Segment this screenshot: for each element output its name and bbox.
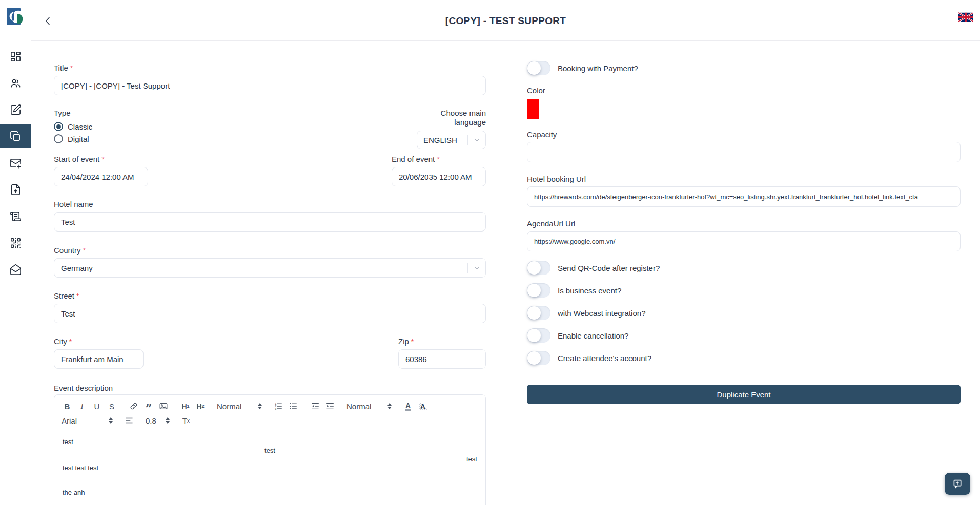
city-input[interactable] (54, 349, 144, 369)
sidebar-item-envelope-open-icon[interactable] (0, 256, 31, 283)
end-of-event-input[interactable] (392, 167, 486, 186)
dates-row: Start of event* End of event* (54, 155, 486, 186)
clear-formatting-button[interactable]: Tx (180, 414, 192, 427)
editor-line[interactable]: test (63, 437, 477, 446)
indent-icon[interactable] (324, 400, 336, 412)
edit-icon (10, 104, 22, 116)
country-select[interactable]: Germany (54, 258, 486, 278)
toggle-enable-cancellation: Enable cancellation? (527, 328, 961, 343)
title-input[interactable] (54, 76, 486, 95)
sidebar (0, 0, 31, 505)
header-1-button[interactable]: H1 (180, 400, 191, 412)
sidebar-item-copy-icon[interactable] (0, 124, 31, 148)
users-icon (10, 77, 22, 89)
toggle-create-attendee-account: Create attendee's account? (527, 351, 961, 365)
language-select[interactable]: ENGLISH (417, 131, 486, 149)
booking-payment-toggle[interactable] (527, 61, 550, 75)
agenda-url-label: AgendaUrl Url (527, 219, 961, 228)
sidebar-item-grid-icon[interactable] (0, 43, 31, 70)
duplicate-event-button[interactable]: Duplicate Event (527, 385, 961, 404)
qr-code-icon (10, 237, 22, 249)
city-group: City* (54, 337, 144, 369)
language-label: Choose main language (441, 109, 486, 127)
scroll-icon (10, 211, 22, 222)
sidebar-nav (0, 43, 31, 283)
capacity-input[interactable] (527, 142, 961, 162)
street-group: Street* (54, 291, 486, 323)
outdent-icon[interactable] (310, 400, 321, 412)
editor-line[interactable]: test (63, 455, 477, 464)
editor-line[interactable]: the anh (63, 488, 477, 497)
text-color-button[interactable]: A (402, 400, 414, 412)
uk-flag-icon[interactable] (958, 12, 973, 22)
chevron-down-icon[interactable] (468, 137, 485, 143)
background-color-button[interactable]: A (417, 400, 428, 412)
sidebar-item-scroll-icon[interactable] (0, 203, 31, 229)
editor-line[interactable] (63, 472, 477, 481)
hotel-name-input[interactable] (54, 212, 486, 232)
page-title: [COPY] - TEST SUPPORT (31, 15, 980, 27)
sidebar-item-qr-code-icon[interactable] (0, 229, 31, 256)
webcast-integration-toggle[interactable] (527, 306, 550, 320)
radio-digital-control[interactable] (54, 134, 63, 143)
event-settings: Booking with Payment? Color Capacity Hot… (527, 41, 961, 404)
toggle-send-qr-code: Send QR-Code after register? (527, 261, 961, 275)
copy-icon (10, 131, 22, 142)
title-field-group: Title* (54, 64, 486, 95)
header-2-button[interactable]: H2 (195, 400, 206, 412)
sidebar-item-mail-plus-icon[interactable] (0, 150, 31, 176)
color-label: Color (527, 86, 961, 95)
zip-input[interactable] (398, 349, 486, 369)
chat-button[interactable] (945, 473, 970, 495)
sidebar-item-users-icon[interactable] (0, 70, 31, 96)
envelope-open-icon (10, 264, 22, 276)
options-toggle-list: Send QR-Code after register? Is business… (527, 261, 961, 365)
header-format-picker[interactable]: Normal (217, 400, 262, 412)
toggle-booking-payment: Booking with Payment? (527, 61, 961, 75)
editor-content[interactable]: test test test test test test the anh th… (54, 431, 485, 505)
capacity-label: Capacity (527, 130, 961, 139)
bold-button[interactable]: B (62, 400, 73, 412)
city-zip-row: City* Zip* (54, 337, 486, 369)
radio-classic-control[interactable] (54, 122, 63, 131)
picker-arrows-icon (387, 403, 392, 409)
send-qr-code-toggle[interactable] (527, 261, 550, 275)
event-description-group: Event description B I U S ” (54, 384, 486, 505)
create-attendee-account-toggle[interactable] (527, 351, 550, 365)
chevron-down-icon[interactable] (468, 265, 485, 271)
grid-icon (10, 51, 22, 62)
sidebar-item-file-upload-icon[interactable] (0, 176, 31, 203)
image-icon[interactable] (158, 400, 169, 412)
agenda-url-input[interactable] (527, 231, 961, 251)
line-height-picker[interactable]: 0.8 (146, 414, 170, 427)
event-form: Title* Type Classic Digital Choose main … (54, 41, 486, 505)
hotel-name-group: Hotel name (54, 200, 486, 232)
color-swatch[interactable] (527, 99, 539, 119)
strikethrough-button[interactable]: S (106, 400, 117, 412)
zip-group: Zip* (398, 337, 486, 369)
underline-button[interactable]: U (91, 400, 103, 412)
sidebar-item-edit-icon[interactable] (0, 96, 31, 123)
hotel-name-label: Hotel name (54, 200, 93, 208)
street-label: Street (54, 291, 74, 300)
picker-arrows-icon (258, 403, 262, 409)
align-icon[interactable] (124, 414, 135, 427)
picker-arrows-icon (109, 417, 113, 424)
link-icon[interactable] (128, 400, 139, 412)
editor-line[interactable]: test test test (63, 464, 477, 472)
business-event-toggle[interactable] (527, 283, 550, 298)
bullet-list-icon[interactable] (288, 400, 299, 412)
italic-button[interactable]: I (76, 400, 88, 412)
ordered-list-icon[interactable]: 123 (273, 400, 284, 412)
size-format-picker[interactable]: Normal (346, 400, 392, 412)
top-header: [COPY] - TEST SUPPORT (31, 0, 980, 41)
start-of-event-input[interactable] (54, 167, 148, 186)
street-input[interactable] (54, 304, 486, 323)
zip-label: Zip (398, 337, 409, 346)
blockquote-icon[interactable]: ” (143, 400, 154, 412)
editor-line[interactable]: test (63, 446, 477, 455)
font-picker[interactable]: Arial (62, 414, 113, 427)
svg-text:3: 3 (275, 407, 276, 410)
enable-cancellation-toggle[interactable] (527, 328, 550, 343)
hotel-booking-url-input[interactable] (527, 186, 961, 207)
